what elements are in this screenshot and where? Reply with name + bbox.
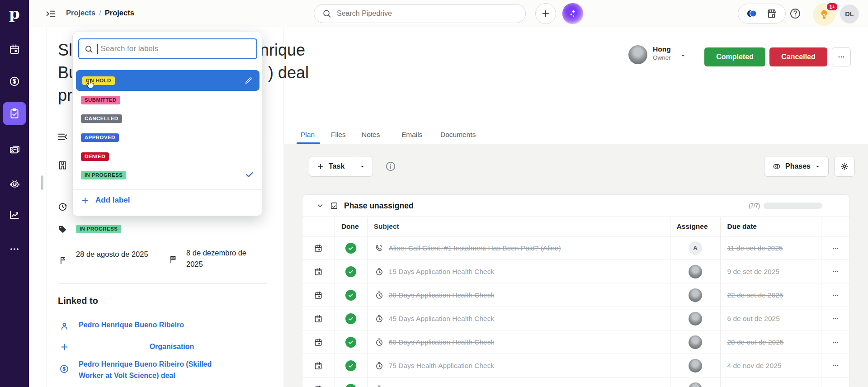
info-icon[interactable]	[385, 160, 396, 172]
col-header-done[interactable]: Done	[335, 217, 368, 236]
global-search[interactable]	[314, 4, 526, 23]
due-date[interactable]: 20 de out de 2025	[727, 338, 783, 346]
done-check-icon[interactable]	[345, 266, 356, 277]
calendar-icon[interactable]	[314, 361, 323, 370]
pipedrive-logo[interactable]: p	[0, 0, 29, 27]
due-date[interactable]: 11 de set de 2025	[727, 244, 783, 252]
pipedrive-apps-icon[interactable]	[746, 8, 758, 19]
label-option-on-hold[interactable]: ON HOLD	[76, 70, 259, 91]
edit-pencil-icon[interactable]	[244, 76, 253, 85]
assignee-avatar[interactable]	[689, 312, 702, 326]
due-date[interactable]: 22 de set de 2025	[727, 291, 783, 299]
col-header-assignee[interactable]: Assignee	[670, 217, 721, 236]
calendar-icon[interactable]	[314, 244, 323, 253]
row-more-button[interactable]	[821, 378, 849, 387]
assignee-avatar[interactable]	[689, 359, 702, 373]
task-dropdown-caret[interactable]	[352, 156, 373, 176]
label-option-in-progress[interactable]: IN PROGRESS	[81, 170, 126, 179]
ai-assistant-nav-icon[interactable]	[0, 178, 29, 190]
nav-expand-icon[interactable]	[45, 8, 57, 19]
cancelled-button[interactable]: Cancelled	[769, 47, 827, 66]
tab-emails[interactable]: Emails	[401, 131, 423, 139]
done-check-icon[interactable]	[345, 384, 356, 387]
table-row[interactable]: 30 Days Application Health Check 22 de s…	[302, 283, 849, 307]
tab-notes[interactable]: Notes	[362, 131, 380, 139]
add-label-button[interactable]: Add label	[81, 196, 130, 205]
completed-button[interactable]: Completed	[704, 47, 765, 66]
label-option-cancelled[interactable]: CANCELLED	[81, 114, 122, 123]
quick-add-button[interactable]	[535, 3, 556, 24]
label-option-submitted[interactable]: SUBMITTED	[81, 95, 120, 104]
linked-person-link[interactable]: Pedro Henrique Bueno Ribeiro	[79, 321, 184, 329]
table-row-partial[interactable]	[302, 378, 849, 387]
task-subject[interactable]: 75 Days Health Application Check	[389, 362, 495, 370]
tab-files[interactable]: Files	[331, 131, 346, 139]
ai-sparkles-button[interactable]	[562, 3, 584, 24]
marketplace-icon[interactable]	[766, 8, 778, 19]
tab-documents[interactable]: Documents	[440, 131, 476, 139]
label-option-approved[interactable]: APPROVED	[81, 133, 119, 142]
due-date[interactable]: 4 de nov de 2025	[727, 362, 781, 370]
done-check-icon[interactable]	[345, 290, 356, 301]
owner-block[interactable]: Hong Owner	[628, 45, 686, 64]
done-check-icon[interactable]	[345, 360, 356, 371]
tag-icon[interactable]	[57, 224, 67, 234]
table-row[interactable]: 45 Days Application Health Check 6 de ou…	[302, 307, 849, 330]
user-avatar[interactable]: DL	[840, 5, 859, 24]
col-header-subject[interactable]: Subject	[368, 217, 670, 236]
board-icon[interactable]	[57, 160, 68, 170]
start-date[interactable]: 28 de agosto de 2025	[76, 249, 148, 260]
assignee-avatar[interactable]	[689, 288, 702, 302]
task-subject[interactable]: 30 Days Application Health Check	[389, 291, 495, 299]
end-date[interactable]: 8 de dezembro de 2025	[186, 247, 263, 270]
done-check-icon[interactable]	[345, 313, 356, 324]
task-subject[interactable]: 45 Days Application Health Check	[389, 315, 495, 323]
projects-nav-icon-active[interactable]	[3, 102, 26, 125]
row-more-button[interactable]	[821, 260, 849, 283]
more-nav-icon[interactable]	[0, 243, 29, 255]
settings-gear-button[interactable]	[834, 156, 855, 177]
done-check-icon[interactable]	[345, 337, 356, 348]
row-more-button[interactable]	[821, 283, 849, 307]
assignee-avatar[interactable]: A	[689, 241, 702, 255]
plus-icon[interactable]	[60, 342, 69, 352]
row-more-button[interactable]	[821, 354, 849, 377]
row-more-button[interactable]	[821, 307, 849, 330]
col-header-due-date[interactable]: Due date	[721, 217, 821, 236]
table-row[interactable]: 60 Days Application Health Check 20 de o…	[302, 330, 849, 354]
task-subject[interactable]: 15 Days Application Health Check	[389, 268, 495, 276]
table-row[interactable]: 75 Days Health Application Check 4 de no…	[302, 354, 849, 378]
phases-dropdown-button[interactable]: Phases	[764, 156, 829, 177]
linked-deal-link[interactable]: Pedro Henrique Bueno Ribeiro (Skilled Wo…	[79, 359, 237, 381]
label-search-box[interactable]	[78, 38, 257, 59]
notifications-button[interactable]: 1+	[813, 3, 835, 26]
collapse-panel-icon[interactable]	[57, 131, 68, 142]
label-option-denied[interactable]: DENIED	[81, 152, 109, 161]
deals-nav-icon[interactable]	[0, 76, 29, 87]
status-badge[interactable]: IN PROGRESS	[76, 225, 121, 233]
add-organisation-link[interactable]: Organisation	[79, 343, 265, 351]
tab-plan[interactable]: Plan	[301, 131, 315, 139]
label-search-input[interactable]	[101, 44, 245, 53]
row-more-button[interactable]	[821, 236, 849, 260]
table-row[interactable]: Aline: Call Client, #1 Instalment Has Be…	[302, 236, 849, 260]
add-task-button[interactable]: Task	[309, 156, 373, 177]
history-clock-icon[interactable]	[57, 202, 68, 212]
calendar-icon[interactable]	[314, 267, 323, 276]
task-subject[interactable]: 60 Days Application Health Check	[389, 338, 495, 346]
collapse-chevron-icon[interactable]	[316, 202, 324, 210]
calendar-icon[interactable]	[314, 338, 323, 347]
due-date[interactable]: 9 de set de 2025	[727, 268, 779, 276]
assignee-avatar[interactable]	[689, 382, 702, 387]
calendar-icon[interactable]	[314, 291, 323, 300]
help-icon[interactable]	[789, 7, 802, 20]
calendar-icon[interactable]	[314, 314, 323, 323]
search-input[interactable]	[337, 9, 500, 18]
breadcrumb-section[interactable]: Projects	[66, 9, 95, 17]
chevron-down-icon[interactable]	[680, 52, 686, 59]
due-date[interactable]: 6 de out de 2025	[727, 315, 779, 323]
table-row[interactable]: 15 Days Application Health Check 9 de se…	[302, 260, 849, 283]
assignee-avatar[interactable]	[689, 265, 702, 278]
panel-scrollbar[interactable]	[41, 175, 43, 190]
assignee-avatar[interactable]	[689, 335, 702, 349]
